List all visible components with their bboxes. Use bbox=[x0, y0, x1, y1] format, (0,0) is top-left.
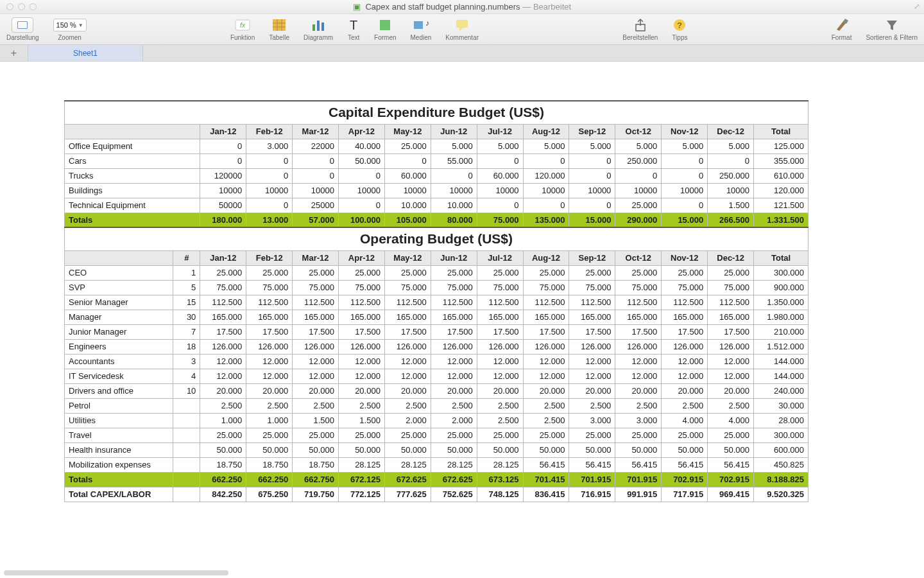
table-icon[interactable] bbox=[269, 17, 289, 33]
cell[interactable]: 12.000 bbox=[384, 354, 431, 369]
cell[interactable]: 50.000 bbox=[569, 442, 615, 457]
cell[interactable]: Senior Manager bbox=[65, 295, 173, 310]
cell[interactable]: Apr-12 bbox=[339, 250, 385, 265]
cell[interactable]: 22000 bbox=[293, 139, 339, 153]
cell[interactable]: 25.000 bbox=[477, 428, 523, 442]
cell[interactable]: 50.000 bbox=[708, 442, 754, 457]
cell[interactable]: 10000 bbox=[200, 183, 246, 198]
cell[interactable]: 126.000 bbox=[569, 339, 615, 354]
cell[interactable]: Jan-12 bbox=[200, 124, 246, 139]
cell[interactable]: 50.000 bbox=[293, 442, 339, 457]
cell[interactable]: Utilities bbox=[65, 413, 173, 428]
cell[interactable]: Technical Equipment bbox=[65, 198, 200, 213]
cell[interactable]: 12.000 bbox=[200, 369, 246, 383]
cell[interactable]: 10 bbox=[173, 383, 200, 398]
cell[interactable]: 75.000 bbox=[431, 280, 477, 295]
cell[interactable]: 120.000 bbox=[523, 168, 569, 183]
cell[interactable]: 0 bbox=[339, 168, 385, 183]
cell[interactable]: 50.000 bbox=[477, 442, 523, 457]
cell[interactable]: 5 bbox=[173, 280, 200, 295]
cell[interactable]: 25.000 bbox=[615, 428, 662, 442]
cell[interactable]: Feb-12 bbox=[246, 250, 293, 265]
cell[interactable]: Sep-12 bbox=[569, 250, 615, 265]
cell[interactable]: 450.825 bbox=[754, 457, 809, 472]
cell[interactable]: 12.000 bbox=[200, 354, 246, 369]
cell[interactable]: 991.915 bbox=[615, 487, 662, 502]
cell[interactable]: 25.000 bbox=[477, 265, 523, 280]
cell[interactable]: 12.000 bbox=[615, 369, 662, 383]
cell[interactable]: 17.500 bbox=[431, 324, 477, 339]
cell[interactable]: 2.500 bbox=[246, 398, 293, 413]
cell[interactable]: 165.000 bbox=[569, 310, 615, 324]
cell[interactable]: 2.000 bbox=[384, 413, 431, 428]
cell[interactable]: 1.331.500 bbox=[754, 213, 809, 227]
cell[interactable]: 50.000 bbox=[246, 442, 293, 457]
cell[interactable]: 165.000 bbox=[246, 310, 293, 324]
cell[interactable]: Engineers bbox=[65, 339, 173, 354]
cell[interactable]: 120.000 bbox=[754, 183, 809, 198]
cell[interactable]: 12.000 bbox=[615, 354, 662, 369]
cell[interactable]: 165.000 bbox=[200, 310, 246, 324]
cell[interactable]: 2.500 bbox=[477, 413, 523, 428]
cell[interactable]: 25.000 bbox=[708, 265, 754, 280]
add-sheet-button[interactable]: + bbox=[0, 45, 28, 61]
cell[interactable]: 112.500 bbox=[293, 295, 339, 310]
cell[interactable]: 165.000 bbox=[615, 310, 662, 324]
cell[interactable]: 112.500 bbox=[477, 295, 523, 310]
cell[interactable]: 1.980.000 bbox=[754, 310, 809, 324]
cell[interactable]: Mar-12 bbox=[293, 124, 339, 139]
cell[interactable] bbox=[173, 442, 200, 457]
cell[interactable]: 28.125 bbox=[339, 457, 385, 472]
cell[interactable]: 0 bbox=[477, 153, 523, 168]
cell[interactable]: 0 bbox=[246, 153, 293, 168]
cell[interactable]: 15 bbox=[173, 295, 200, 310]
cell[interactable]: 25.000 bbox=[523, 428, 569, 442]
cell[interactable]: 17.500 bbox=[339, 324, 385, 339]
cell[interactable]: 126.000 bbox=[523, 339, 569, 354]
cell[interactable]: Cars bbox=[65, 153, 200, 168]
cell[interactable]: 3 bbox=[173, 354, 200, 369]
cell[interactable]: Jun-12 bbox=[431, 250, 477, 265]
cell[interactable]: 17.500 bbox=[662, 324, 708, 339]
cell[interactable]: 1.512.000 bbox=[754, 339, 809, 354]
cell[interactable]: 25.000 bbox=[431, 428, 477, 442]
comment-icon[interactable] bbox=[445, 17, 479, 33]
cell[interactable]: 290.000 bbox=[615, 213, 662, 227]
cell[interactable]: 20.000 bbox=[293, 383, 339, 398]
cell[interactable]: 10000 bbox=[662, 183, 708, 198]
cell[interactable]: 25.000 bbox=[523, 265, 569, 280]
cell[interactable]: 12.000 bbox=[708, 354, 754, 369]
cell[interactable]: Apr-12 bbox=[339, 124, 385, 139]
cell[interactable]: 5.000 bbox=[615, 139, 662, 153]
cell[interactable]: 18.750 bbox=[293, 457, 339, 472]
cell[interactable]: 50.000 bbox=[615, 442, 662, 457]
cell[interactable]: 20.000 bbox=[200, 383, 246, 398]
cell[interactable]: 25.000 bbox=[569, 428, 615, 442]
cell[interactable]: 144.000 bbox=[754, 354, 809, 369]
cell[interactable]: 60.000 bbox=[384, 168, 431, 183]
cell[interactable]: 672.125 bbox=[339, 472, 385, 487]
cell[interactable] bbox=[173, 487, 200, 502]
cell[interactable]: 60.000 bbox=[477, 168, 523, 183]
cell[interactable]: 2.000 bbox=[431, 413, 477, 428]
cell[interactable]: 30.000 bbox=[754, 398, 809, 413]
spreadsheet-canvas[interactable]: Capital Expenditure Budget (US$)Jan-12Fe… bbox=[0, 62, 924, 502]
cell[interactable]: Mar-12 bbox=[293, 250, 339, 265]
cell[interactable]: 7 bbox=[173, 324, 200, 339]
cell[interactable]: 165.000 bbox=[431, 310, 477, 324]
cell[interactable]: 2.500 bbox=[662, 398, 708, 413]
cell[interactable]: 55.000 bbox=[431, 153, 477, 168]
cell[interactable]: 28.000 bbox=[754, 413, 809, 428]
cell[interactable]: Travel bbox=[65, 428, 173, 442]
view-button[interactable] bbox=[12, 17, 33, 33]
cell[interactable]: Mobilization expenses bbox=[65, 457, 173, 472]
cell[interactable]: 56.415 bbox=[615, 457, 662, 472]
cell[interactable]: 0 bbox=[200, 153, 246, 168]
cell[interactable]: Accountants bbox=[65, 354, 173, 369]
cell[interactable]: 25.000 bbox=[384, 428, 431, 442]
cell[interactable]: 9.520.325 bbox=[754, 487, 809, 502]
cell[interactable]: 112.500 bbox=[708, 295, 754, 310]
cell[interactable] bbox=[65, 124, 200, 139]
cell[interactable]: Sep-12 bbox=[569, 124, 615, 139]
cell[interactable]: 17.500 bbox=[615, 324, 662, 339]
